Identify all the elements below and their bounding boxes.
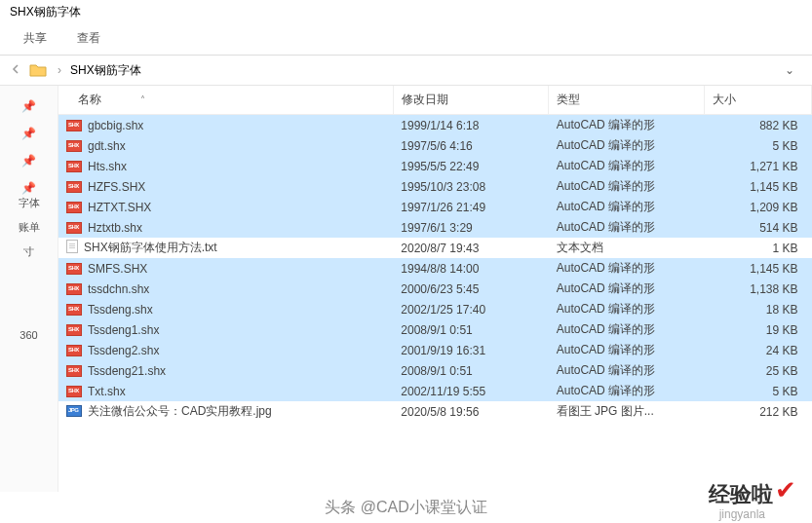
shx-icon [66, 120, 82, 131]
file-type: AutoCAD 编译的形 [549, 319, 704, 340]
file-date: 1994/8/8 14:00 [393, 258, 548, 279]
file-size: 1 KB [704, 238, 811, 258]
shx-icon [66, 386, 82, 397]
file-name: gbcbig.shx [88, 119, 143, 132]
shx-icon [66, 365, 82, 377]
file-date: 2000/6/23 5:45 [393, 279, 548, 299]
file-type: AutoCAD 编译的形 [549, 258, 704, 279]
shx-icon [66, 202, 82, 213]
file-size: 19 KB [704, 319, 811, 340]
file-size: 25 KB [704, 360, 811, 381]
tab-view[interactable]: 查看 [63, 27, 114, 50]
file-size: 5 KB [704, 135, 811, 156]
file-name: Hts.shx [88, 160, 127, 173]
file-size: 24 KB [704, 340, 811, 360]
file-type: AutoCAD 编译的形 [549, 381, 704, 401]
file-type: 文本文档 [549, 238, 704, 258]
file-date: 2008/9/1 0:51 [393, 319, 548, 340]
column-size[interactable]: 大小 [704, 86, 811, 115]
nav-back-icon[interactable] [8, 63, 23, 77]
table-row[interactable]: 关注微信公众号：CAD实用教程.jpg2020/5/8 19:56看图王 JPG… [58, 401, 812, 422]
file-date: 2002/11/19 5:55 [393, 381, 548, 401]
file-date: 1995/10/3 23:08 [393, 176, 548, 197]
watermark: 经验啦 [709, 480, 773, 509]
file-size: 1,138 KB [704, 279, 811, 299]
table-row[interactable]: SMFS.SHX1994/8/8 14:00AutoCAD 编译的形1,145 … [58, 258, 812, 279]
sidebar-item-fonts[interactable]: 📌字体 [0, 175, 58, 215]
footer-attribution: 头条 @CAD小课堂认证 [0, 498, 812, 518]
file-name: HZFS.SHX [88, 180, 145, 194]
breadcrumb-folder[interactable]: SHX钢筋字体 [66, 62, 775, 79]
file-list: 名称˄ 修改日期 类型 大小 gbcbig.shx1999/1/14 6:18A… [58, 86, 812, 422]
file-date: 2020/5/8 19:56 [393, 401, 548, 422]
sidebar-item[interactable]: 📌 [0, 121, 58, 148]
file-type: AutoCAD 编译的形 [549, 360, 704, 381]
pin-icon: 📌 [21, 127, 36, 140]
file-date: 2008/9/1 0:51 [393, 360, 548, 381]
table-row[interactable]: Tssdeng2.shx2001/9/19 16:31AutoCAD 编译的形2… [58, 340, 812, 360]
shx-icon [66, 181, 82, 193]
file-size: 212 KB [704, 401, 811, 422]
file-size: 1,209 KB [704, 197, 811, 217]
file-type: AutoCAD 编译的形 [549, 340, 704, 360]
chevron-down-icon[interactable]: ⌄ [775, 61, 804, 79]
file-date: 1999/1/14 6:18 [393, 115, 548, 136]
table-row[interactable]: gbcbig.shx1999/1/14 6:18AutoCAD 编译的形882 … [58, 115, 812, 136]
chevron-right-icon[interactable]: › [53, 63, 66, 77]
file-size: 1,271 KB [704, 156, 811, 176]
txt-icon [66, 240, 78, 253]
file-date: 2001/9/19 16:31 [393, 340, 548, 360]
file-name: SHX钢筋字体使用方法.txt [84, 241, 217, 254]
file-date: 1995/5/5 22:49 [393, 156, 548, 176]
table-row[interactable]: HZTXT.SHX1997/1/26 21:49AutoCAD 编译的形1,20… [58, 197, 812, 217]
shx-icon [66, 140, 82, 152]
folder-icon [29, 62, 47, 78]
pin-icon: 📌 [21, 154, 36, 168]
file-name: HZTXT.SHX [88, 201, 151, 214]
column-name[interactable]: 名称˄ [58, 86, 393, 115]
pin-icon: 📌 [21, 99, 36, 113]
address-bar: › SHX钢筋字体 ⌄ [0, 56, 812, 86]
sidebar-item-360[interactable]: 360 [0, 323, 58, 348]
shx-icon [66, 222, 82, 234]
table-row[interactable]: Txt.shx2002/11/19 5:55AutoCAD 编译的形5 KB [58, 381, 812, 401]
shx-icon [66, 324, 82, 336]
file-type: AutoCAD 编译的形 [549, 197, 704, 217]
sort-indicator-icon: ˄ [140, 94, 145, 105]
table-row[interactable]: Tssdeng21.shx2008/9/1 0:51AutoCAD 编译的形25… [58, 360, 812, 381]
file-type: AutoCAD 编译的形 [549, 135, 704, 156]
table-row[interactable]: gdt.shx1997/5/6 4:16AutoCAD 编译的形5 KB [58, 135, 812, 156]
file-type: AutoCAD 编译的形 [549, 115, 704, 136]
sidebar-item[interactable]: 📌 [0, 148, 58, 175]
shx-icon [66, 345, 82, 356]
table-row[interactable]: HZFS.SHX1995/10/3 23:08AutoCAD 编译的形1,145… [58, 176, 812, 197]
table-row[interactable]: Tssdeng1.shx2008/9/1 0:51AutoCAD 编译的形19 … [58, 319, 812, 340]
file-type: AutoCAD 编译的形 [549, 217, 704, 238]
jpg-icon [66, 405, 82, 417]
window-title: SHX钢筋字体 [0, 0, 812, 24]
sidebar-item-bill[interactable]: 账单 [0, 215, 58, 240]
file-name: tssdchn.shx [88, 282, 149, 296]
pin-icon: 📌 [21, 181, 36, 195]
file-name: SMFS.SHX [88, 262, 147, 276]
file-type: 看图王 JPG 图片... [549, 401, 704, 422]
file-name: Tssdeng.shx [88, 303, 153, 317]
sidebar-item[interactable]: 寸 [0, 240, 58, 264]
table-row[interactable]: tssdchn.shx2000/6/23 5:45AutoCAD 编译的形1,1… [58, 279, 812, 299]
table-row[interactable]: Hts.shx1995/5/5 22:49AutoCAD 编译的形1,271 K… [58, 156, 812, 176]
table-row[interactable]: Hztxtb.shx1997/6/1 3:29AutoCAD 编译的形514 K… [58, 217, 812, 238]
file-name: Txt.shx [88, 385, 126, 398]
watermark-sub: jingyanla [719, 507, 765, 521]
file-type: AutoCAD 编译的形 [549, 299, 704, 319]
sidebar-item[interactable]: 📌 [0, 93, 58, 121]
file-size: 882 KB [704, 115, 811, 136]
file-name: 关注微信公众号：CAD实用教程.jpg [88, 404, 272, 418]
file-type: AutoCAD 编译的形 [549, 156, 704, 176]
table-row[interactable]: Tssdeng.shx2002/1/25 17:40AutoCAD 编译的形18… [58, 299, 812, 319]
table-row[interactable]: SHX钢筋字体使用方法.txt2020/8/7 19:43文本文档1 KB [58, 238, 812, 258]
file-name: Tssdeng21.shx [88, 364, 166, 378]
tab-share[interactable]: 共享 [10, 27, 60, 50]
column-type[interactable]: 类型 [549, 86, 704, 115]
column-date[interactable]: 修改日期 [393, 86, 548, 115]
file-date: 1997/6/1 3:29 [393, 217, 548, 238]
